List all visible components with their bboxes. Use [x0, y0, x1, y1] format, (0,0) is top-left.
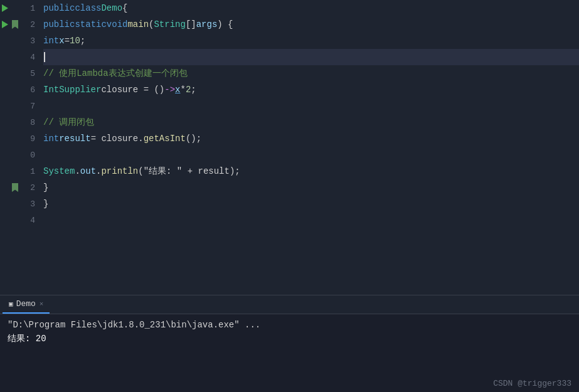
code-line: [43, 98, 579, 114]
code-token: ) {: [217, 19, 233, 29]
code-token: // 调用闭包: [43, 117, 94, 128]
code-token: *: [180, 85, 185, 95]
gutter-row: 1: [0, 0, 41, 16]
code-token: ->: [164, 85, 175, 95]
code-token: class: [75, 3, 101, 13]
line-number: 8: [20, 118, 40, 127]
run-arrow-icon: [2, 4, 8, 12]
code-line: [43, 49, 579, 65]
line-number: 4: [20, 53, 40, 62]
bookmark-shape-icon: [12, 20, 18, 29]
code-token: 2: [186, 85, 191, 95]
text-cursor: [44, 52, 45, 62]
code-token: x: [175, 85, 180, 95]
gutter-row: 7: [0, 98, 41, 114]
line-number: 1: [20, 4, 40, 13]
gutter-row: 2: [0, 179, 41, 196]
code-token: {: [122, 3, 127, 13]
code-token: }: [43, 183, 48, 193]
bookmark-icon: [10, 20, 20, 29]
code-token: out: [80, 166, 96, 176]
line-number: 9: [20, 134, 40, 144]
code-token: .: [75, 166, 80, 176]
code-token: (: [149, 19, 154, 29]
code-token: println: [101, 166, 138, 176]
code-token: =: [65, 36, 70, 46]
code-token: x: [59, 36, 64, 46]
code-content: public class Demo { public static void m…: [41, 0, 579, 295]
line-number: 1: [20, 167, 40, 176]
console-output-line: 结果: 20: [8, 332, 571, 346]
code-token: public: [43, 3, 75, 13]
code-token: // 使用Lambda表达式创建一个闭包: [43, 68, 188, 79]
code-line: System.out.println("结果: " + result);: [43, 163, 579, 179]
console-tab-close[interactable]: ×: [40, 300, 44, 308]
code-token: result: [59, 134, 90, 144]
code-line: public class Demo {: [43, 0, 579, 16]
code-token: 10: [70, 36, 80, 46]
code-token: getAsInt: [144, 134, 186, 144]
watermark: CSDN @trigger333: [493, 379, 571, 388]
code-token: ("结果: " + result);: [138, 166, 240, 177]
run-arrow-icon: [2, 21, 8, 28]
console-tab-label: Demo: [16, 299, 36, 309]
gutter-row: 5: [0, 65, 41, 82]
code-line: public static void main(String[] args) {: [43, 16, 579, 33]
gutter-row: 4: [0, 212, 41, 228]
console-icon: ▣: [9, 300, 13, 308]
code-line: }: [43, 196, 579, 212]
line-number: 2: [20, 183, 40, 193]
code-token: ;: [191, 85, 196, 95]
code-token: System: [43, 166, 75, 176]
line-number: 5: [20, 69, 40, 78]
code-token: public: [43, 19, 75, 29]
gutter-row: 2: [0, 16, 41, 33]
code-line: [43, 147, 579, 163]
panel-tab-bar: ▣ Demo ×: [0, 295, 579, 314]
gutter-row: 3: [0, 33, 41, 49]
code-token: IntSupplier: [43, 85, 101, 95]
code-line: // 使用Lambda表达式创建一个闭包: [43, 65, 579, 82]
code-line: int x = 10;: [43, 33, 579, 49]
code-token: Demo: [101, 3, 122, 13]
line-number: 3: [20, 36, 40, 46]
code-token: closure = (): [101, 85, 164, 95]
code-token: int: [43, 134, 59, 144]
code-token: ();: [186, 134, 201, 144]
gutter-row: 0: [0, 147, 41, 163]
gutter-row: 4: [0, 49, 41, 65]
bookmark-shape-icon: [12, 183, 18, 192]
code-token: main: [127, 19, 149, 29]
code-token: ;: [80, 36, 85, 46]
gutter-row: 6: [0, 82, 41, 98]
code-token: []: [186, 19, 196, 29]
code-line: [43, 212, 579, 228]
code-line: }: [43, 179, 579, 196]
line-number: 7: [20, 102, 40, 111]
gutter-row: 9: [0, 130, 41, 147]
gutter-row: 3: [0, 196, 41, 212]
code-token: int: [43, 36, 59, 46]
code-line: IntSupplier closure = () -> x * 2;: [43, 82, 579, 98]
code-token: .: [96, 166, 101, 176]
line-number: 6: [20, 85, 40, 95]
gutter-row: 1: [0, 163, 41, 179]
code-line: // 调用闭包: [43, 114, 579, 130]
gutter-row: 8: [0, 114, 41, 130]
console-tab[interactable]: ▣ Demo ×: [3, 295, 50, 314]
run-indicator: [0, 21, 10, 28]
console-command-line: "D:\Program Files\jdk1.8.0_231\bin\java.…: [8, 318, 571, 332]
bookmark-icon: [10, 183, 20, 192]
bottom-panel: ▣ Demo × "D:\Program Files\jdk1.8.0_231\…: [0, 295, 579, 392]
line-number: 4: [20, 216, 40, 225]
code-token: void: [107, 19, 128, 29]
code-token: = closure.: [91, 134, 144, 144]
code-token: }: [43, 199, 48, 209]
code-line: int result = closure.getAsInt();: [43, 130, 579, 147]
code-container: 12345678901234 public class Demo { publi…: [0, 0, 579, 295]
gutter: 12345678901234: [0, 0, 41, 295]
code-token: args: [196, 19, 218, 29]
editor-area: 12345678901234 public class Demo { publi…: [0, 0, 579, 295]
code-token: String: [154, 19, 185, 29]
run-indicator: [0, 4, 10, 12]
